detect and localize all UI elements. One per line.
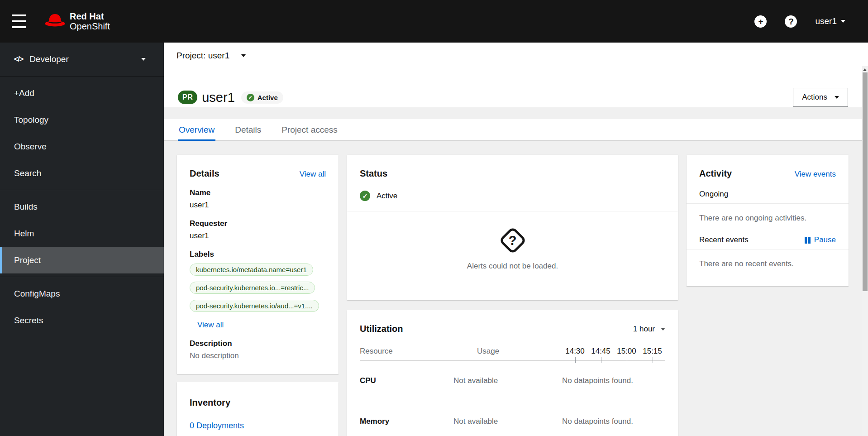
check-circle-icon: ✓ [360,191,370,201]
usage-column-header: Usage [453,347,562,356]
time-tick-label: 15:00 [614,347,639,356]
redhat-hat-icon [44,13,66,30]
name-value: user1 [190,201,326,210]
perspective-label: Developer [29,54,69,64]
code-icon: </> [14,55,23,63]
vertical-scrollbar[interactable] [862,66,868,436]
chevron-down-icon [835,96,839,99]
alerts-message: Alerts could not be loaded. [467,262,558,271]
left-column: Details View all Name user1 Requester us… [177,155,339,436]
label-chip[interactable]: pod-security.kubernetes.io...=restric... [190,282,315,294]
time-tick-label: 14:30 [562,347,588,356]
sidebar-item-builds[interactable]: Builds [0,193,164,220]
utilization-card-title: Utilization [360,324,403,334]
label-chip[interactable]: kubernetes.io/metadata.name=user1 [190,264,313,276]
labels-view-all-link[interactable]: View all [197,321,224,330]
deployments-count-link[interactable]: 0 Deployments [190,421,244,431]
details-card-title: Details [190,168,219,179]
memory-usage-value: Not available [453,417,562,426]
requester-value: user1 [190,231,326,240]
status-badge: ✓ Active [241,91,283,104]
sidebar-item-observe[interactable]: Observe [0,133,164,160]
sidebar-item-project[interactable]: Project [0,247,164,273]
sidebar-item-search[interactable]: Search [0,160,164,187]
user-menu-toggle[interactable]: user1 [815,16,845,26]
details-view-all-link[interactable]: View all [300,170,326,179]
perspective-switcher[interactable]: </> Developer [0,43,164,77]
pause-label: Pause [814,235,836,244]
divider [687,249,849,249]
center-column: Status ✓ Active ? Alerts could not be lo… [347,155,678,436]
utilization-row-cpu: CPU Not available No datapoints found. [360,361,665,385]
cpu-label: CPU [360,376,453,385]
project-selector-dropdown[interactable]: Project: user1 [176,51,246,61]
username: user1 [815,16,837,26]
unknown-status-icon: ? [498,226,526,254]
sidebar-item-helm[interactable]: Helm [0,220,164,247]
resource-column-header: Resource [360,347,453,356]
duration-dropdown[interactable]: 1 hour [633,325,665,334]
tab-project-access[interactable]: Project access [281,119,339,141]
status-card: Status ✓ Active ? Alerts could not be lo… [347,155,678,300]
chevron-down-icon [661,328,665,331]
masthead: Red Hat OpenShift + ? user1 [0,0,868,43]
sidebar-item-secrets[interactable]: Secrets [0,307,164,334]
tab-details[interactable]: Details [234,119,262,141]
utilization-card: Utilization 1 hour Resource Usage 14:30 … [347,310,678,436]
alerts-empty-state: ? Alerts could not be loaded. [360,211,665,271]
labels-group: kubernetes.io/metadata.name=user1 pod-se… [190,264,326,312]
plus-circle-icon[interactable]: + [754,15,767,28]
utilization-row-memory: Memory Not available No datapoints found… [360,385,665,426]
duration-value: 1 hour [633,325,655,334]
actions-dropdown-button[interactable]: Actions [793,88,848,107]
status-badge-label: Active [258,94,278,101]
page-title: user1 [202,90,235,105]
right-column: Activity View events Ongoing There are n… [687,155,849,286]
sidebar-item-add[interactable]: +Add [0,80,164,106]
help-question-icon[interactable]: ? [785,15,797,28]
recent-empty-message: There are no recent events. [699,259,836,268]
nav-group-1: +Add Topology Observe Search [0,77,164,190]
sidebar-item-topology[interactable]: Topology [0,106,164,133]
page-header: PR user1 ✓ Active Actions [164,69,868,107]
logo-text-line2: OpenShift [70,21,110,31]
sidebar-item-configmaps[interactable]: ConfigMaps [0,280,164,307]
cpu-usage-value: Not available [453,376,562,385]
status-active-label: Active [377,192,397,201]
tab-overview[interactable]: Overview [178,119,215,141]
nav-group-3: ConfigMaps Secrets [0,277,164,337]
time-tick-label: 14:45 [588,347,614,356]
name-label: Name [190,188,326,197]
time-axis: 14:30 14:45 15:00 15:15 [562,347,665,356]
details-card: Details View all Name user1 Requester us… [177,155,339,374]
logo-text-line1: Red Hat [70,11,110,21]
overview-dashboard: Details View all Name user1 Requester us… [164,141,868,436]
activity-card-title: Activity [699,168,732,179]
requester-label: Requester [190,219,326,228]
inventory-card-title: Inventory [190,398,326,408]
cpu-graph-empty: No datapoints found. [562,376,665,385]
ongoing-empty-message: There are no ongoing activities. [699,214,836,223]
scroll-up-arrow-icon[interactable] [863,68,867,71]
inventory-card: Inventory 0 Deployments [177,382,339,436]
nav-toggle-hamburger-icon[interactable] [10,14,28,29]
description-label: Description [190,339,326,348]
chevron-down-icon [841,20,845,23]
chevron-down-icon [141,58,146,61]
labels-label: Labels [190,250,326,259]
tab-bar: Overview Details Project access [164,119,868,141]
ongoing-label: Ongoing [699,190,836,199]
label-chip[interactable]: pod-security.kubernetes.io/aud...=v1.... [190,300,319,312]
nav-group-2: Builds Helm Project [0,190,164,277]
divider [687,203,849,204]
utilization-axis-row: Resource Usage 14:30 14:45 15:00 15:15 [360,347,665,361]
pause-events-button[interactable]: Pause [805,235,836,244]
view-events-link[interactable]: View events [795,170,836,179]
time-tick-label: 15:15 [639,347,665,356]
project-resource-badge: PR [178,91,197,104]
pause-icon [805,237,811,244]
project-bar: Project: user1 [164,43,868,69]
actions-label: Actions [802,93,827,102]
chevron-down-icon [241,54,246,57]
scrollbar-thumb[interactable] [863,72,868,291]
